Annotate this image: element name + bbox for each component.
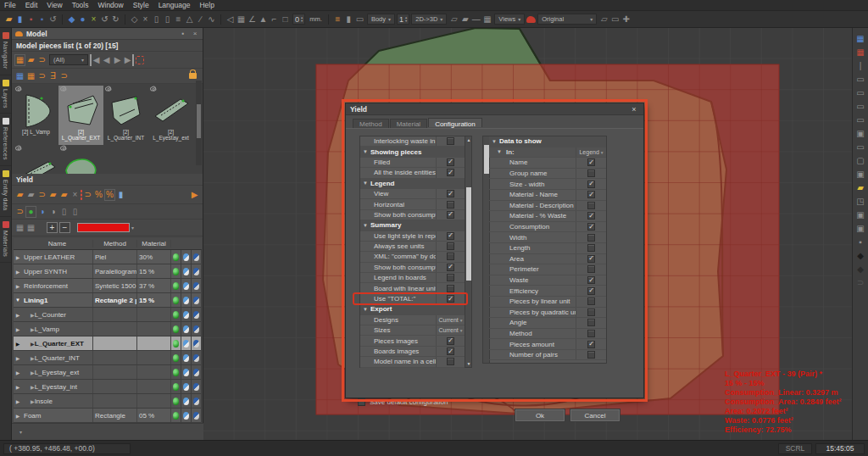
sphere-icon[interactable]: ● [77, 14, 88, 25]
nest-icon[interactable] [173, 297, 179, 304]
settings-icon[interactable]: ✚ [620, 14, 632, 25]
view2-icon[interactable]: ▭ [855, 87, 866, 97]
option-always-see-units[interactable]: Always see units [360, 242, 465, 252]
data-option-perimeter[interactable]: Perimeter [489, 264, 606, 275]
line-style-icon[interactable] [193, 369, 199, 376]
material-row-l_eyestay_int[interactable]: ▶▶ L_Eyestay_int [14, 380, 202, 394]
line-tool-icon[interactable]: ∕ [195, 14, 206, 25]
nest-icon[interactable] [173, 369, 179, 376]
folder-small-icon[interactable]: ▰ [855, 182, 866, 192]
menu-help[interactable]: Help [199, 1, 214, 9]
checkbox-checked[interactable]: ✓ [587, 212, 595, 220]
material-row-upper-synth[interactable]: ▶Upper SYNTHParalellogram15 % [14, 264, 202, 279]
shapes-icon[interactable]: ◳ [855, 196, 866, 206]
nest-icon[interactable] [173, 325, 179, 333]
pair-pieces-icon[interactable]: ▦ [14, 70, 25, 82]
fill-style-icon[interactable] [183, 340, 189, 348]
data-option-material-name[interactable]: Material - Name✓ [489, 190, 606, 201]
mirror-piece-icon[interactable]: Ǝ [47, 70, 58, 82]
yield-edit-icon[interactable]: ▰ [14, 189, 25, 201]
fill-style-icon[interactable] [183, 412, 189, 420]
row-expander-icon[interactable]: ▶ [14, 380, 22, 393]
checkbox-unchecked[interactable] [587, 330, 595, 337]
checkbox-checked[interactable]: ✓ [447, 169, 454, 176]
layers-icon[interactable]: ▭ [354, 14, 365, 25]
align-icon[interactable]: ≡ [332, 14, 343, 25]
curve-tool-icon[interactable]: ∿ [206, 14, 217, 25]
revert-icon[interactable]: ↺ [47, 14, 58, 25]
line-style-icon[interactable] [193, 398, 199, 405]
flatten-icon[interactable]: ▱ [448, 14, 459, 25]
clip-view-icon[interactable]: ▣ [855, 209, 866, 220]
thumbnail-scrollbar[interactable] [196, 81, 202, 165]
nest-pieces-icon[interactable]: ⊃ [36, 189, 47, 201]
material-row-l_quarter_int[interactable]: ▶▶ L_Quarter_INT [14, 351, 202, 365]
delete-icon[interactable]: × [88, 14, 99, 25]
material-color-swatch[interactable] [77, 223, 130, 232]
material-table2-icon[interactable]: ▦ [25, 222, 36, 234]
sidebar-tab-materials[interactable]: Materials [0, 217, 11, 263]
sole-icon[interactable]: ◆ [855, 250, 866, 260]
open-folder-icon[interactable]: ▰ [3, 14, 14, 25]
original-dropdown[interactable]: Original ▾ [537, 14, 597, 25]
close-icon[interactable]: × [191, 30, 199, 37]
percent-icon[interactable]: % [93, 189, 104, 201]
data-option-area[interactable]: Area✓ [489, 254, 606, 265]
checkbox-checked[interactable]: ✓ [447, 232, 454, 240]
photo-icon[interactable]: ▣ [855, 223, 866, 233]
checkbox-checked[interactable]: ✓ [587, 181, 595, 188]
next-piece-icon[interactable]: ▶ [112, 54, 123, 66]
piece-edit-icon[interactable]: ▰ [25, 54, 36, 66]
data-option-efficiency[interactable]: Efficiency✓ [489, 286, 606, 297]
line-style-icon[interactable] [193, 253, 199, 261]
pin-entity-icon[interactable]: ◆ [66, 14, 77, 25]
option-designs[interactable]: DesignsCurrent ▾ [360, 315, 465, 325]
data-option-material-waste[interactable]: Material - % Waste✓ [489, 211, 606, 222]
measure-tool-icon[interactable]: ∠ [247, 14, 258, 25]
nest-icon[interactable] [173, 354, 179, 362]
checkbox-checked[interactable]: ✓ [587, 276, 595, 284]
lock-tool-icon[interactable]: □ [280, 14, 291, 25]
view5-icon[interactable]: ▣ [855, 128, 866, 138]
sync-grey-icon[interactable]: ◑ [47, 206, 58, 218]
hook-tool-icon[interactable]: ⌐ [269, 14, 280, 25]
checkbox-unchecked[interactable] [587, 309, 595, 316]
fill-style-icon[interactable] [183, 354, 189, 362]
checkbox-checked[interactable]: ✓ [587, 223, 595, 231]
piece-thumbnail[interactable]: [2] L_Quarter_INT [103, 86, 148, 145]
option-boards-images[interactable]: Boards images✓ [360, 347, 465, 357]
option-model-name-in-a-cell[interactable]: Model name in a cell [360, 357, 465, 367]
pin-icon[interactable]: ▪ [179, 30, 187, 37]
select-tool-icon[interactable]: ▲ [258, 14, 269, 25]
checkbox-unchecked[interactable] [447, 358, 454, 365]
last-icon[interactable]: ⊃ [855, 277, 866, 287]
view4-icon[interactable]: ▭ [855, 114, 866, 125]
piece-export-icon[interactable]: ⊃ [36, 54, 47, 66]
sidebar-tab-entity-data[interactable]: Entity data [0, 166, 11, 216]
row-expander-icon[interactable]: ▶ [14, 279, 22, 292]
checkbox-unchecked[interactable] [587, 319, 595, 326]
checkbox-unchecked[interactable] [587, 244, 595, 252]
checkbox-checked[interactable]: ✓ [447, 190, 454, 197]
first-piece-icon[interactable]: ◀ [90, 54, 101, 66]
checkbox-checked[interactable]: ✓ [447, 348, 454, 355]
fill-style-icon[interactable] [183, 369, 189, 376]
mirror-tool-icon[interactable]: ◁ [225, 14, 236, 25]
tab-material[interactable]: Material [390, 119, 427, 128]
spinner-arrows-icon[interactable]: ▴▾ [301, 16, 303, 23]
copy-piece-icon[interactable]: ▦ [25, 70, 36, 82]
fill-style-icon[interactable] [183, 311, 189, 319]
piece-thumbnail[interactable]: [2] L_Vamp [14, 86, 58, 145]
report-icon[interactable]: ▮ [115, 189, 126, 201]
save-default-row[interactable]: Save default configuration [358, 398, 448, 406]
data-option-size-width[interactable]: Size - width✓ [489, 179, 606, 190]
option-sizes[interactable]: SizesCurrent ▾ [360, 325, 465, 336]
option-interlocking-waste-in-area[interactable]: Interlocking waste in area [360, 136, 465, 147]
sole2-icon[interactable]: ◆ [855, 264, 866, 274]
menu-language[interactable]: Language [159, 1, 191, 9]
material-row-l_vamp[interactable]: ▶▶ L_Vamp [14, 322, 202, 336]
tab-method[interactable]: Method [353, 119, 389, 128]
checkbox-checked[interactable]: ✓ [587, 191, 595, 198]
data-option-width[interactable]: Width [489, 232, 606, 243]
print-icon[interactable]: ▭ [609, 14, 620, 25]
